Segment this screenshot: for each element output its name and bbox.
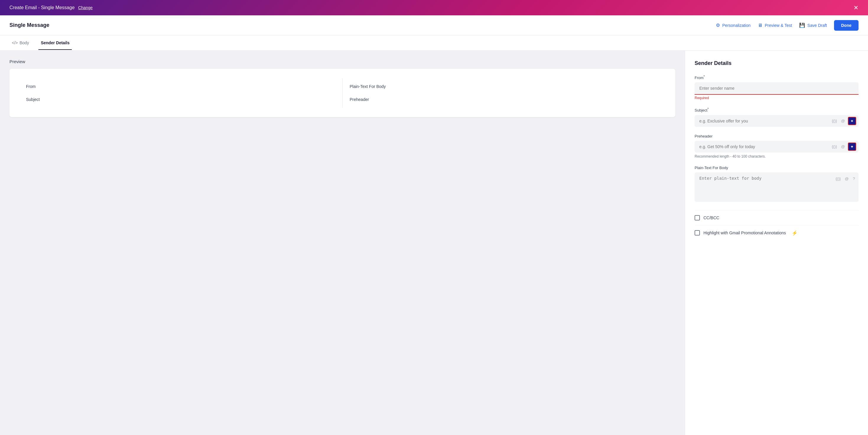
- subject-input-wrapper: {()} @ ✦: [694, 115, 859, 127]
- tabs-bar: </> Body Sender Details: [0, 35, 868, 51]
- tab-sender-label: Sender Details: [41, 40, 69, 45]
- preview-test-label: Preview & Test: [765, 23, 792, 28]
- preview-col-right: Plain-Text For Body Preheader: [343, 78, 666, 108]
- from-input[interactable]: [694, 82, 859, 95]
- change-link[interactable]: Change: [78, 5, 93, 10]
- preview-card: From Subject Plain-Text For Body Prehead…: [9, 69, 675, 117]
- header-title: Create Email - Single Message: [9, 5, 75, 10]
- toolbar-actions: ⚙ Personalization 🖥 Preview & Test 💾 Sav…: [716, 20, 859, 31]
- from-group: From* Required: [694, 75, 859, 100]
- plain-text-curly-brackets-button[interactable]: {()}: [834, 176, 842, 181]
- gmail-label: Highlight with Gmail Promotional Annotat…: [704, 231, 786, 235]
- plain-text-help-button[interactable]: ?: [852, 176, 856, 181]
- cc-bcc-checkbox[interactable]: [694, 215, 700, 221]
- tab-body[interactable]: </> Body: [9, 36, 31, 50]
- tab-sender-details[interactable]: Sender Details: [38, 36, 72, 50]
- from-label: From*: [694, 75, 859, 80]
- plain-text-textarea[interactable]: [694, 172, 859, 202]
- save-draft-label: Save Draft: [807, 23, 827, 28]
- tab-body-label: Body: [20, 40, 29, 45]
- lightning-icon: ⚡: [792, 230, 798, 236]
- subject-at-button[interactable]: @: [840, 118, 846, 124]
- from-error: Required: [694, 96, 859, 100]
- preview-plain-text-label: Plain-Text For Body: [350, 84, 659, 89]
- gmail-checkbox[interactable]: [694, 230, 700, 235]
- done-button[interactable]: Done: [834, 20, 859, 31]
- from-input-wrapper: [694, 82, 859, 95]
- close-button[interactable]: ✕: [854, 4, 859, 11]
- toolbar-title: Single Message: [9, 22, 49, 28]
- main-content: Preview From Subject Plain-Text For Body…: [0, 51, 868, 435]
- preheader-curly-brackets-button[interactable]: {()}: [831, 144, 838, 149]
- subject-input-actions: {()} @ ✦: [831, 117, 856, 125]
- subject-group: Subject* {()} @ ✦: [694, 107, 859, 127]
- cc-bcc-group: CC/BCC: [694, 210, 859, 225]
- preview-test-button[interactable]: 🖥 Preview & Test: [758, 23, 792, 28]
- preview-preheader-label: Preheader: [350, 97, 659, 102]
- toolbar: Single Message ⚙ Personalization 🖥 Previ…: [0, 15, 868, 35]
- preview-panel: Preview From Subject Plain-Text For Body…: [0, 51, 685, 435]
- sender-details-title: Sender Details: [694, 60, 859, 66]
- plain-text-group: Plain-Text For Body {()} @ ?: [694, 166, 859, 203]
- preview-from-label: From: [26, 84, 335, 89]
- gmail-group: Highlight with Gmail Promotional Annotat…: [694, 225, 859, 240]
- save-draft-button[interactable]: 💾 Save Draft: [799, 23, 827, 28]
- personalization-button[interactable]: ⚙ Personalization: [716, 23, 751, 28]
- header: Create Email - Single Message Change ✕: [0, 0, 868, 15]
- preheader-input-wrapper: {()} @ ✦: [694, 141, 859, 153]
- plain-text-actions: {()} @ ?: [834, 176, 856, 181]
- preview-section-label: Preview: [9, 59, 675, 64]
- header-left: Create Email - Single Message Change: [9, 5, 93, 10]
- preheader-group: Preheader {()} @ ✦ Recommended length - …: [694, 134, 859, 159]
- cc-bcc-label: CC/BCC: [704, 215, 719, 220]
- preview-col-left: From Subject: [19, 78, 342, 108]
- plain-text-at-button[interactable]: @: [844, 176, 850, 181]
- code-icon: </>: [12, 40, 18, 45]
- monitor-icon: 🖥: [758, 23, 763, 28]
- preview-section: From Subject Plain-Text For Body Prehead…: [19, 78, 666, 108]
- sender-panel: Sender Details From* Required Subject* {…: [685, 51, 868, 435]
- save-icon: 💾: [799, 23, 805, 28]
- plain-text-textarea-wrapper: {()} @ ?: [694, 172, 859, 203]
- preheader-ai-button[interactable]: ✦: [848, 142, 856, 151]
- preheader-input-actions: {()} @ ✦: [831, 142, 856, 151]
- preview-subject-label: Subject: [26, 97, 335, 102]
- plain-text-label: Plain-Text For Body: [694, 166, 859, 170]
- subject-curly-brackets-button[interactable]: {()}: [831, 118, 838, 124]
- personalization-label: Personalization: [722, 23, 751, 28]
- preheader-at-button[interactable]: @: [840, 144, 846, 149]
- preheader-helper: Recommended length - 40 to 100 character…: [694, 154, 859, 159]
- subject-ai-button[interactable]: ✦: [848, 117, 856, 125]
- preheader-label: Preheader: [694, 134, 859, 138]
- gear-icon: ⚙: [716, 23, 720, 28]
- subject-label: Subject*: [694, 107, 859, 112]
